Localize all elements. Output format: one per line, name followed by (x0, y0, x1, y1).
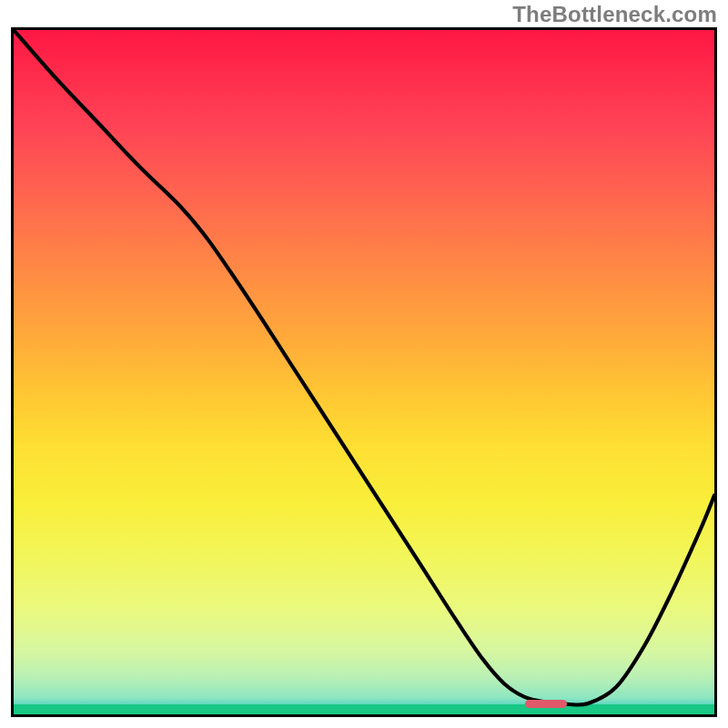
highlight-marker (525, 700, 567, 708)
plot-area (11, 27, 717, 717)
curve-line (14, 30, 714, 705)
watermark-text: TheBottleneck.com (512, 2, 717, 27)
curve-svg (14, 30, 714, 714)
chart-container: TheBottleneck.com (0, 0, 728, 728)
